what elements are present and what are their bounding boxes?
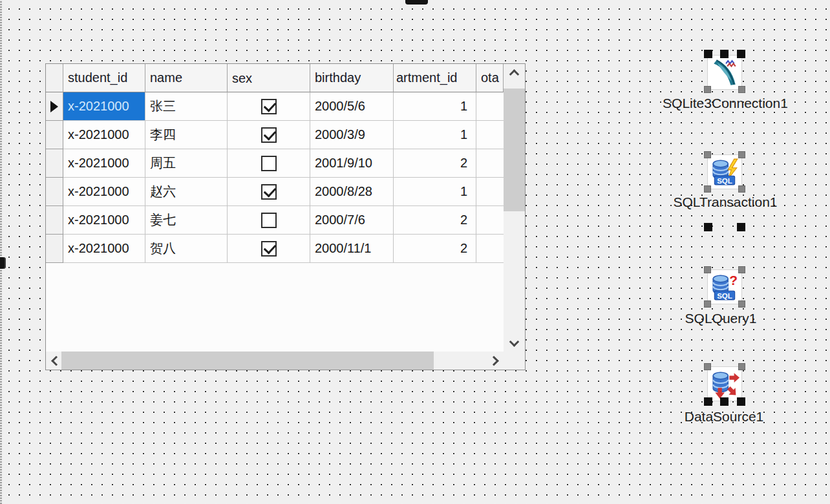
cell-birthday[interactable]: 2000/11/1	[310, 235, 394, 263]
database-lightning-icon: SQL	[710, 157, 740, 187]
sql-query-icon[interactable]: ? SQL	[707, 269, 742, 304]
form-designer-canvas: student_id name sex birthday artment_id …	[0, 0, 830, 504]
component-marker	[704, 266, 711, 273]
selection-handle-bottom-left[interactable]	[704, 397, 712, 406]
cell-department-id[interactable]: 1	[394, 178, 476, 206]
scroll-down-button[interactable]	[504, 333, 525, 352]
cell-total[interactable]	[476, 206, 504, 235]
column-header-department-id[interactable]: artment_id	[394, 64, 476, 92]
grid-header-row: student_id name sex birthday artment_id …	[46, 64, 504, 92]
sex-checkbox[interactable]	[261, 127, 277, 143]
cell-sex[interactable]	[228, 121, 310, 149]
table-row: x-2021000 张三 2000/5/6 1	[46, 92, 504, 121]
cell-total[interactable]	[476, 92, 504, 121]
component-marker	[738, 300, 745, 308]
component-label[interactable]: SQLite3Connection1	[663, 96, 788, 111]
cell-student-id[interactable]: x-2021000	[63, 235, 145, 263]
vertical-scrollbar[interactable]	[504, 64, 525, 352]
cell-total[interactable]	[476, 178, 504, 206]
database-question-icon: ? SQL	[710, 272, 740, 302]
component-marker	[704, 86, 711, 93]
form-resize-handle-left[interactable]	[0, 257, 6, 269]
column-header-student-id[interactable]: student_id	[63, 64, 145, 92]
cell-department-id[interactable]: 2	[394, 206, 476, 235]
scroll-right-button[interactable]	[485, 352, 504, 370]
cell-total[interactable]	[476, 235, 504, 263]
selection-handle-top-left[interactable]	[704, 50, 712, 58]
form-resize-handle-top[interactable]	[405, 0, 428, 5]
cell-department-id[interactable]: 1	[394, 92, 476, 121]
cell-student-id[interactable]: x-2021000	[63, 206, 145, 235]
selection-handle-bottom-center[interactable]	[720, 397, 729, 406]
row-indicator-cell	[46, 206, 63, 235]
cell-sex[interactable]	[228, 92, 310, 121]
row-indicator-cell	[46, 178, 63, 206]
sex-checkbox[interactable]	[261, 99, 277, 114]
selection-handle-bottom-right[interactable]	[737, 397, 745, 406]
cell-department-id[interactable]: 2	[394, 235, 476, 263]
sqlite3-connection-icon[interactable]	[707, 55, 742, 90]
grid-content: student_id name sex birthday artment_id …	[46, 64, 504, 352]
chevron-down-icon	[509, 337, 520, 347]
column-header-name[interactable]: name	[145, 64, 228, 92]
chevron-up-icon	[509, 69, 520, 79]
cell-total[interactable]	[476, 121, 504, 149]
student-dbgrid: student_id name sex birthday artment_id …	[45, 63, 526, 370]
vertical-scrollbar-thumb[interactable]	[504, 89, 525, 211]
horizontal-scrollbar[interactable]	[46, 352, 504, 370]
cell-sex[interactable]	[228, 206, 310, 235]
column-header-total[interactable]: ota	[476, 64, 504, 92]
component-label[interactable]: DataSource1	[685, 409, 764, 425]
table-row: x-2021000 赵六 2000/8/28 1	[46, 178, 504, 206]
table-row: x-2021000 周五 2001/9/10 2	[46, 149, 504, 178]
feather-icon	[710, 58, 740, 87]
horizontal-scrollbar-thumb[interactable]	[61, 352, 434, 370]
cell-name[interactable]: 赵六	[145, 178, 228, 206]
component-marker	[704, 300, 711, 308]
datasource-icon[interactable]	[707, 366, 742, 401]
selection-handle-top-center[interactable]	[720, 50, 729, 58]
cell-student-id[interactable]: x-2021000	[63, 121, 145, 149]
svg-text:SQL: SQL	[717, 177, 732, 185]
cell-birthday[interactable]: 2000/7/6	[310, 206, 394, 235]
cell-total[interactable]	[476, 149, 504, 178]
cell-sex[interactable]	[228, 178, 310, 206]
cell-sex[interactable]	[228, 149, 310, 178]
cell-birthday[interactable]: 2001/9/10	[310, 149, 394, 178]
component-label[interactable]: SQLQuery1	[685, 311, 757, 326]
sex-checkbox[interactable]	[261, 184, 277, 200]
cell-department-id[interactable]: 2	[394, 149, 476, 178]
sex-checkbox[interactable]	[261, 156, 277, 171]
cell-birthday[interactable]: 2000/3/9	[310, 121, 394, 149]
cell-sex[interactable]	[228, 235, 310, 263]
cell-student-id[interactable]: x-2021000	[63, 149, 145, 178]
sex-checkbox[interactable]	[261, 213, 277, 228]
cell-birthday[interactable]: 2000/8/28	[310, 178, 394, 206]
cell-name[interactable]: 李四	[145, 121, 228, 149]
cell-name[interactable]: 姜七	[145, 206, 228, 235]
cell-student-id[interactable]: x-2021000	[63, 92, 145, 121]
current-row-arrow-icon	[50, 101, 58, 112]
component-marker	[738, 363, 745, 370]
cell-name[interactable]: 张三	[145, 92, 228, 121]
selection-handle-middle-right[interactable]	[737, 223, 745, 231]
component-label[interactable]: SQLTransaction1	[673, 194, 777, 210]
component-marker	[704, 363, 711, 370]
chevron-left-icon	[51, 355, 61, 366]
cell-name[interactable]: 周五	[145, 149, 228, 178]
cell-birthday[interactable]: 2000/5/6	[310, 92, 394, 121]
cell-name[interactable]: 贺八	[145, 235, 228, 263]
column-header-birthday[interactable]: birthday	[310, 64, 394, 92]
row-indicator-cell	[46, 149, 63, 178]
column-header-sex[interactable]: sex	[228, 64, 310, 92]
sql-transaction-icon[interactable]: SQL	[707, 154, 742, 189]
scroll-up-button[interactable]	[504, 64, 525, 82]
selection-handle-middle-left[interactable]	[704, 223, 712, 231]
component-marker	[704, 185, 711, 193]
cell-student-id[interactable]: x-2021000	[63, 178, 145, 206]
sex-checkbox[interactable]	[261, 241, 277, 257]
chevron-right-icon	[489, 355, 499, 366]
selection-handle-top-right[interactable]	[737, 50, 745, 58]
cell-department-id[interactable]: 1	[394, 121, 476, 149]
scrollbar-corner	[504, 352, 525, 370]
